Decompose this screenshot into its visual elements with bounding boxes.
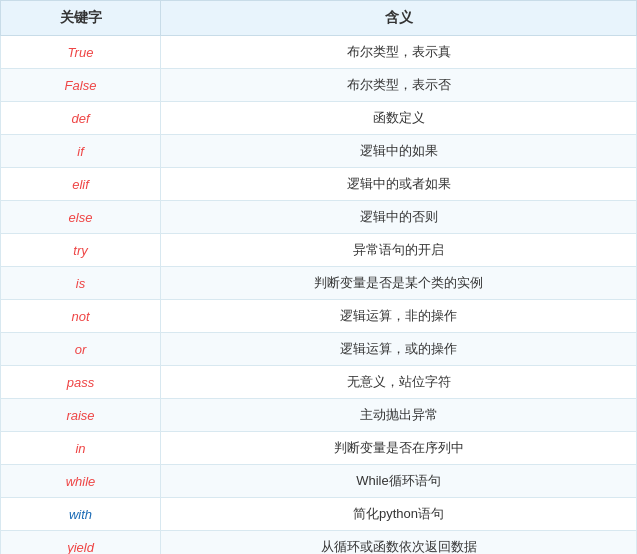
meaning-cell: 主动抛出异常 — [161, 399, 637, 432]
keyword-cell: pass — [1, 366, 161, 399]
table-row: yield从循环或函数依次返回数据 — [1, 531, 637, 555]
meaning-cell: 函数定义 — [161, 102, 637, 135]
meaning-cell: 判断变量是否在序列中 — [161, 432, 637, 465]
table-row: not逻辑运算，非的操作 — [1, 300, 637, 333]
table-row: with简化python语句 — [1, 498, 637, 531]
header-keyword: 关键字 — [1, 1, 161, 36]
meaning-cell: 逻辑中的如果 — [161, 135, 637, 168]
table-row: if逻辑中的如果 — [1, 135, 637, 168]
table-row: is判断变量是否是某个类的实例 — [1, 267, 637, 300]
keyword-cell: not — [1, 300, 161, 333]
table-row: False布尔类型，表示否 — [1, 69, 637, 102]
meaning-cell: While循环语句 — [161, 465, 637, 498]
meaning-cell: 无意义，站位字符 — [161, 366, 637, 399]
keyword-cell: yield — [1, 531, 161, 555]
keyword-cell: if — [1, 135, 161, 168]
meaning-cell: 逻辑中的否则 — [161, 201, 637, 234]
keyword-cell: raise — [1, 399, 161, 432]
meaning-cell: 逻辑中的或者如果 — [161, 168, 637, 201]
keyword-cell: False — [1, 69, 161, 102]
meaning-cell: 布尔类型，表示否 — [161, 69, 637, 102]
keyword-cell: def — [1, 102, 161, 135]
keyword-cell: is — [1, 267, 161, 300]
table-row: try异常语句的开启 — [1, 234, 637, 267]
table-row: raise主动抛出异常 — [1, 399, 637, 432]
keyword-cell: elif — [1, 168, 161, 201]
table-row: else逻辑中的否则 — [1, 201, 637, 234]
keyword-cell: or — [1, 333, 161, 366]
keyword-cell: with — [1, 498, 161, 531]
header-meaning: 含义 — [161, 1, 637, 36]
meaning-cell: 判断变量是否是某个类的实例 — [161, 267, 637, 300]
table-row: or逻辑运算，或的操作 — [1, 333, 637, 366]
table-row: elif逻辑中的或者如果 — [1, 168, 637, 201]
keyword-cell: else — [1, 201, 161, 234]
meaning-cell: 简化python语句 — [161, 498, 637, 531]
meaning-cell: 逻辑运算，非的操作 — [161, 300, 637, 333]
table-row: in判断变量是否在序列中 — [1, 432, 637, 465]
meaning-cell: 逻辑运算，或的操作 — [161, 333, 637, 366]
meaning-cell: 从循环或函数依次返回数据 — [161, 531, 637, 555]
keyword-cell: while — [1, 465, 161, 498]
keyword-cell: in — [1, 432, 161, 465]
meaning-cell: 异常语句的开启 — [161, 234, 637, 267]
table-row: True布尔类型，表示真 — [1, 36, 637, 69]
table-row: def函数定义 — [1, 102, 637, 135]
meaning-cell: 布尔类型，表示真 — [161, 36, 637, 69]
keyword-cell: True — [1, 36, 161, 69]
keyword-cell: try — [1, 234, 161, 267]
table-row: pass无意义，站位字符 — [1, 366, 637, 399]
table-row: whileWhile循环语句 — [1, 465, 637, 498]
keywords-table: 关键字 含义 True布尔类型，表示真False布尔类型，表示否def函数定义i… — [0, 0, 637, 554]
